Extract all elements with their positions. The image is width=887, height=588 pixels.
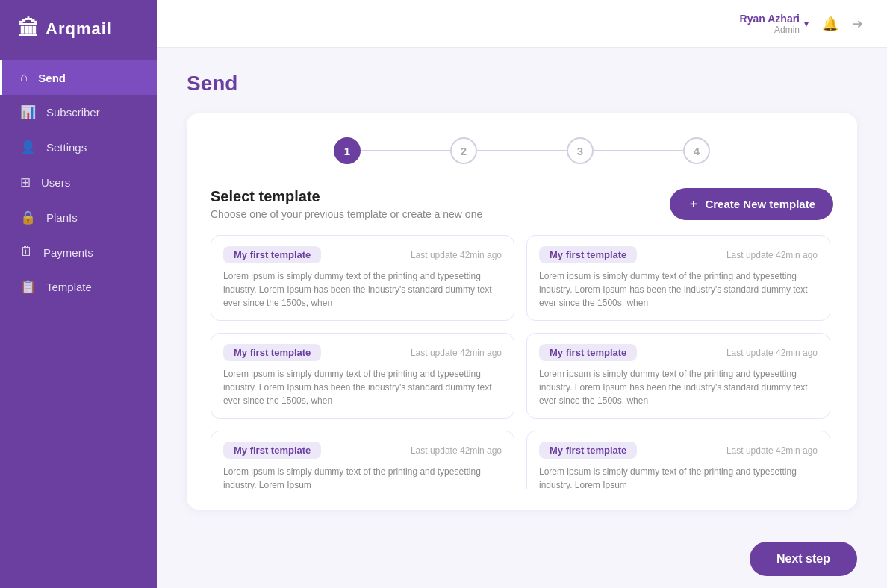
template-name-badge: My first template [539, 442, 637, 459]
app-logo: 🏛 Arqmail [0, 0, 157, 54]
user-menu[interactable]: Ryan Azhari Admin ▾ [740, 13, 809, 35]
stepper: 1 2 3 4 [211, 137, 833, 164]
create-new-template-button[interactable]: ＋ Create New template [670, 188, 833, 220]
template-body-text: Lorem ipsum is simply dummy text of the … [223, 269, 502, 310]
step-2: 2 [450, 137, 477, 164]
template-card-header: My first template Last update 42min ago [223, 442, 502, 459]
create-btn-label: Create New template [705, 198, 815, 210]
step-1: 1 [334, 137, 361, 164]
sidebar-item-subscriber-label: Subscriber [46, 106, 100, 119]
template-last-update: Last update 42min ago [411, 348, 502, 358]
chevron-down-icon: ▾ [804, 19, 809, 29]
template-section-title: Select template [211, 188, 482, 205]
template-icon: 📋 [20, 279, 36, 295]
header: Ryan Azhari Admin ▾ 🔔 ➜ [157, 0, 887, 48]
sidebar: 🏛 Arqmail ⌂ Send 📊 Subscriber 👤 Settings… [0, 0, 157, 588]
step-line-1 [361, 150, 450, 151]
home-icon: ⌂ [20, 70, 28, 85]
page-title: Send [187, 72, 857, 96]
template-card[interactable]: My first template Last update 42min ago … [526, 235, 830, 321]
page-content: Send 1 2 3 4 Select template Choose one … [157, 48, 887, 530]
template-card-header: My first template Last update 42min ago [223, 246, 502, 263]
sidebar-item-payments[interactable]: 🗓 Payments [0, 235, 157, 269]
template-last-update: Last update 42min ago [726, 348, 818, 358]
template-header-text: Select template Choose one of your previ… [211, 188, 482, 220]
template-body-text: Lorem ipsum is simply dummy text of the … [223, 367, 502, 407]
template-body-text: Lorem ipsum is simply dummy text of the … [223, 465, 502, 489]
template-card[interactable]: My first template Last update 42min ago … [211, 431, 514, 489]
template-last-update: Last update 42min ago [726, 250, 818, 260]
main-content: Ryan Azhari Admin ▾ 🔔 ➜ Send 1 2 3 4 [157, 0, 887, 588]
sidebar-item-users[interactable]: ⊞ Users [0, 165, 157, 200]
template-name-badge: My first template [223, 344, 321, 361]
template-body-text: Lorem ipsum is simply dummy text of the … [539, 465, 818, 489]
sidebar-item-template[interactable]: 📋 Template [0, 269, 157, 304]
sidebar-item-settings[interactable]: 👤 Settings [0, 130, 157, 165]
send-card: 1 2 3 4 Select template Choose one of yo… [187, 113, 857, 510]
template-last-update: Last update 42min ago [411, 250, 502, 260]
chart-icon: 📊 [20, 104, 36, 120]
template-card-header: My first template Last update 42min ago [539, 344, 818, 361]
template-name-badge: My first template [539, 344, 637, 361]
template-name-badge: My first template [223, 246, 321, 263]
sidebar-nav: ⌂ Send 📊 Subscriber 👤 Settings ⊞ Users 🔒… [0, 60, 157, 304]
template-last-update: Last update 42min ago [411, 445, 502, 456]
template-card-header: My first template Last update 42min ago [223, 344, 502, 361]
calendar-icon: 🗓 [20, 245, 33, 260]
template-card[interactable]: My first template Last update 42min ago … [526, 431, 830, 489]
template-card-header: My first template Last update 42min ago [539, 246, 818, 263]
footer-bar: Next step [157, 530, 887, 588]
user-name: Ryan Azhari [740, 13, 800, 25]
template-card-header: My first template Last update 42min ago [539, 442, 818, 459]
template-grid: My first template Last update 42min ago … [211, 235, 833, 489]
template-card[interactable]: My first template Last update 42min ago … [211, 333, 514, 419]
template-section-subtitle: Choose one of your previous template or … [211, 208, 482, 220]
step-line-3 [594, 150, 683, 151]
sidebar-item-settings-label: Settings [46, 141, 87, 154]
sidebar-item-users-label: Users [41, 176, 70, 189]
template-name-badge: My first template [223, 442, 321, 459]
step-3: 3 [567, 137, 594, 164]
notifications-bell-icon[interactable]: 🔔 [822, 16, 838, 32]
sidebar-item-payments-label: Payments [43, 246, 93, 259]
logo-text: Arqmail [46, 19, 112, 39]
step-line-2 [477, 150, 567, 151]
logo-icon: 🏛 [18, 16, 40, 41]
template-card[interactable]: My first template Last update 42min ago … [211, 235, 514, 321]
template-last-update: Last update 42min ago [726, 445, 818, 456]
grid-icon: ⊞ [20, 175, 31, 190]
user-icon: 👤 [20, 140, 36, 155]
sidebar-item-plans[interactable]: 🔒 PlanIs [0, 200, 157, 235]
lock-icon: 🔒 [20, 210, 36, 225]
template-header: Select template Choose one of your previ… [211, 188, 833, 220]
template-body-text: Lorem ipsum is simply dummy text of the … [539, 367, 818, 407]
sidebar-item-template-label: Template [46, 281, 92, 293]
sidebar-item-send-label: Send [38, 72, 66, 84]
step-4: 4 [683, 137, 710, 164]
user-role: Admin [774, 25, 800, 35]
user-info: Ryan Azhari Admin [740, 13, 800, 35]
sidebar-item-subscriber[interactable]: 📊 Subscriber [0, 95, 157, 130]
template-card[interactable]: My first template Last update 42min ago … [526, 333, 830, 419]
sidebar-item-send[interactable]: ⌂ Send [0, 60, 157, 95]
template-name-badge: My first template [539, 246, 637, 263]
sidebar-item-plans-label: PlanIs [46, 211, 78, 224]
template-body-text: Lorem ipsum is simply dummy text of the … [539, 269, 818, 310]
plus-icon: ＋ [688, 197, 699, 211]
logout-icon[interactable]: ➜ [852, 16, 863, 32]
next-step-button[interactable]: Next step [750, 542, 857, 576]
